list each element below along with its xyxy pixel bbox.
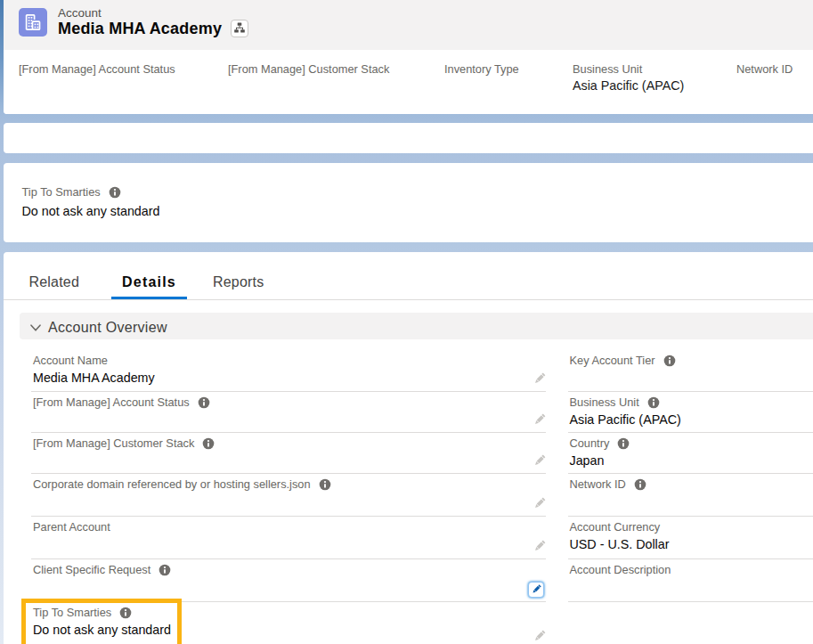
field-label-text: Parent Account — [33, 520, 110, 534]
field-account-currency: Account Currency USD - U.S. Dollar — [568, 517, 813, 559]
field-label-text: Client Specific Request — [33, 563, 150, 577]
empty-card — [4, 123, 813, 153]
record-tabs: Related Details Reports — [4, 252, 813, 300]
pencil-icon — [533, 457, 547, 470]
field-value: Japan — [568, 452, 813, 469]
field-label: Business Unit — [568, 392, 813, 411]
field-label-text: Country — [570, 436, 610, 451]
info-icon[interactable] — [663, 355, 676, 367]
field-label-text: [From Manage] Account Status — [33, 395, 190, 410]
info-icon[interactable] — [198, 396, 210, 409]
field-label: Account Name — [31, 350, 546, 369]
field-label: Tip To Smarties — [22, 184, 813, 200]
edit-from-manage-customer-stack-button[interactable] — [533, 453, 547, 468]
field-label-text: [From Manage] Customer Stack — [33, 436, 194, 451]
field-value: Do not ask any standard — [31, 622, 546, 639]
field-parent-account: Parent Account — [31, 517, 546, 559]
field-label: Network ID — [568, 474, 813, 493]
info-icon[interactable] — [202, 437, 215, 450]
pencil-icon — [533, 416, 547, 429]
field-key-account-tier: Key Account Tier — [568, 350, 813, 392]
pencil-icon — [531, 583, 542, 595]
highlight-label: [From Manage] Customer Stack — [228, 62, 389, 77]
pencil-icon — [533, 500, 547, 513]
field-label-text: Tip To Smarties — [22, 184, 101, 200]
view-hierarchy-button[interactable] — [231, 20, 248, 37]
page-header-card: Account Media MHA Academy [From Manage] … — [4, 0, 813, 114]
chevron-down-icon — [29, 322, 42, 333]
field-label: Parent Account — [31, 517, 546, 535]
highlight-field: Inventory Type — [444, 62, 519, 77]
highlights-panel: [From Manage] Account Status [From Manag… — [4, 50, 813, 114]
highlight-value: Asia Pacific (APAC) — [573, 77, 684, 94]
edit-client-specific-request-button[interactable] — [528, 582, 544, 598]
field-label: Corporate domain referenced by or hostin… — [31, 474, 546, 493]
field-label: Account Currency — [568, 517, 813, 535]
highlight-field: Business Unit Asia Pacific (APAC) — [573, 62, 684, 94]
field-label: Country — [568, 433, 813, 452]
field-value: Asia Pacific (APAC) — [568, 412, 813, 428]
tab-details[interactable]: Details — [111, 252, 187, 299]
field-label: Account Description — [568, 559, 813, 578]
field-corporate-domain: Corporate domain referenced by or hostin… — [31, 474, 546, 517]
edit-tip-to-smarties-button[interactable] — [533, 629, 547, 643]
field-label: [From Manage] Account Status — [31, 392, 546, 411]
edit-from-manage-account-status-button[interactable] — [533, 412, 547, 427]
page-header: Account Media MHA Academy — [4, 0, 813, 50]
info-icon[interactable] — [109, 186, 121, 199]
page-title: Media MHA Academy — [58, 18, 222, 39]
pencil-icon — [533, 542, 547, 556]
info-icon[interactable] — [119, 607, 132, 619]
field-tip-to-smarties: Tip To Smarties Do not ask any standard — [31, 602, 546, 644]
field-label: [From Manage] Customer Stack — [31, 433, 546, 452]
fields-left-column: Account Name Media MHA Academy [From Man… — [31, 350, 546, 644]
field-label-text: Key Account Tier — [570, 354, 655, 368]
highlight-label: Network ID — [736, 62, 793, 77]
account-icon — [19, 8, 47, 37]
field-client-specific-request: Client Specific Request — [31, 559, 546, 602]
tab-reports[interactable]: Reports — [202, 252, 274, 299]
field-from-manage-account-status: [From Manage] Account Status — [31, 392, 546, 433]
highlight-field: Network ID — [736, 62, 793, 77]
field-label-text: Account Currency — [570, 520, 661, 534]
edit-parent-account-button[interactable] — [533, 539, 547, 553]
field-account-name: Account Name Media MHA Academy — [31, 350, 546, 392]
tab-related[interactable]: Related — [19, 252, 91, 299]
info-icon[interactable] — [319, 478, 331, 491]
record-fields: Account Name Media MHA Academy [From Man… — [31, 350, 813, 644]
record-detail-card: Related Details Reports Account Overview… — [4, 252, 813, 644]
field-label-text: Corporate domain referenced by or hostin… — [33, 477, 311, 492]
field-label: Key Account Tier — [568, 350, 813, 369]
field-label-text: Account Name — [33, 354, 108, 368]
field-label-text: Tip To Smarties — [33, 606, 111, 620]
section-title: Account Overview — [48, 320, 167, 336]
tip-to-smarties-card: Tip To Smarties Do not ask any standard — [4, 163, 813, 242]
highlight-label: [From Manage] Account Status — [19, 62, 175, 77]
field-label-text: Account Description — [570, 563, 671, 577]
field-label-text: Business Unit — [570, 395, 639, 410]
field-country: Country Japan — [568, 433, 813, 474]
section-account-overview[interactable]: Account Overview — [20, 313, 813, 339]
highlight-field: [From Manage] Customer Stack — [228, 62, 389, 77]
field-label-text: Network ID — [570, 477, 626, 492]
highlight-label: Business Unit — [573, 62, 684, 77]
field-label: Client Specific Request — [31, 559, 546, 578]
field-from-manage-customer-stack: [From Manage] Customer Stack — [31, 433, 546, 474]
edit-account-name-button[interactable] — [533, 371, 547, 386]
info-icon[interactable] — [617, 437, 630, 450]
field-label: Tip To Smarties — [31, 602, 546, 621]
pencil-icon — [533, 632, 547, 644]
highlight-label: Inventory Type — [444, 62, 519, 77]
edit-corporate-domain-button[interactable] — [533, 496, 547, 510]
field-network-id: Network ID — [568, 474, 813, 517]
info-icon[interactable] — [647, 396, 660, 409]
info-icon[interactable] — [159, 564, 171, 576]
field-value: Do not ask any standard — [22, 203, 813, 220]
field-value: Media MHA Academy — [31, 370, 546, 387]
field-business-unit: Business Unit Asia Pacific (APAC) — [568, 392, 813, 433]
info-icon[interactable] — [634, 478, 646, 491]
fields-right-column: Key Account Tier Business Unit Asia Paci… — [568, 350, 813, 644]
highlight-field: [From Manage] Account Status — [19, 62, 175, 77]
field-account-description: Account Description — [568, 559, 813, 602]
hierarchy-icon — [234, 22, 245, 36]
